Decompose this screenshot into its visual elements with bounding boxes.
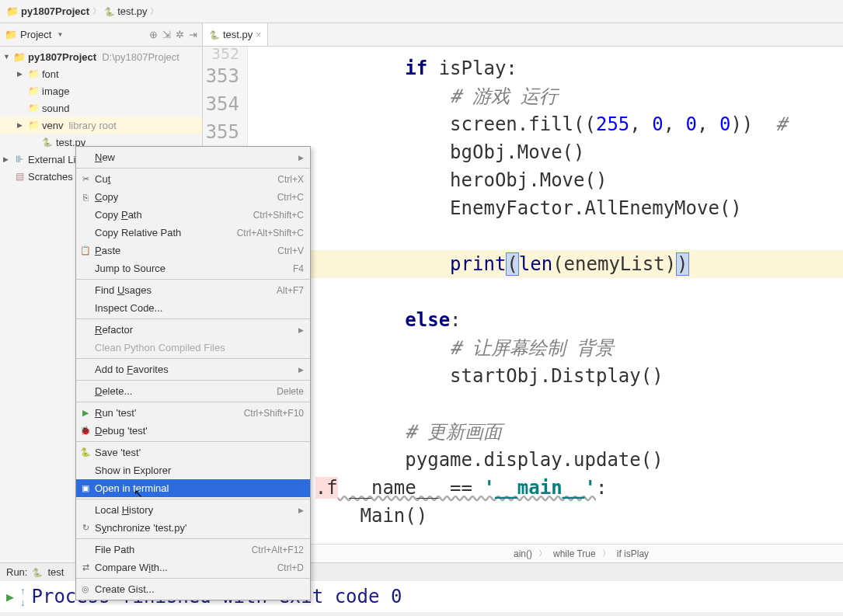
- menu-item-open-in-terminal[interactable]: ▣Open in terminal: [76, 479, 310, 497]
- menu-separator: [76, 499, 310, 499]
- tree-item-label: sound: [42, 103, 69, 114]
- menu-shortcut: Delete: [277, 386, 304, 397]
- menu-item-refactor[interactable]: Refactor▶: [76, 321, 310, 339]
- menu-icon: ↻: [79, 523, 92, 533]
- menu-separator: [76, 279, 310, 280]
- collapse-icon[interactable]: ⇲: [162, 29, 171, 40]
- tree-root-name: py1807Project: [28, 51, 96, 63]
- menu-item-debug-test[interactable]: 🐞Debug 'test': [76, 422, 310, 440]
- menu-shortcut: Alt+F7: [277, 285, 304, 296]
- menu-item-compare-with[interactable]: ⇄Compare With...Ctrl+D: [76, 559, 310, 576]
- menu-item-copy-path[interactable]: Copy PathCtrl+Shift+C: [76, 206, 310, 224]
- menu-item-label: File Path: [95, 544, 249, 555]
- menu-item-add-to-favorites[interactable]: Add to Favorites▶: [76, 360, 310, 378]
- menu-item-label: Jump to Source: [95, 263, 290, 274]
- menu-item-label: Refactor: [95, 324, 295, 336]
- menu-item-jump-to-source[interactable]: Jump to SourceF4: [76, 259, 310, 277]
- menu-shortcut: Ctrl+X: [277, 174, 304, 185]
- menu-separator: [76, 168, 310, 169]
- tree-item-label: venv: [42, 120, 63, 131]
- tree-item-label: image: [42, 85, 69, 97]
- menu-icon: 📋: [79, 245, 92, 256]
- down-icon[interactable]: ↓: [20, 597, 26, 608]
- breadcrumb-bar: py1807Project 〉 test.py 〉: [0, 0, 843, 23]
- menu-item-copy-relative-path[interactable]: Copy Relative PathCtrl+Alt+Shift+C: [76, 224, 310, 242]
- project-view-title[interactable]: Project: [20, 29, 51, 40]
- breadcrumb-sep: 〉: [150, 5, 158, 17]
- hide-icon[interactable]: ⇥: [189, 29, 197, 40]
- menu-item-save-test[interactable]: 🐍Save 'test': [76, 444, 310, 461]
- run-config-name[interactable]: test: [47, 566, 64, 578]
- menu-shortcut: Ctrl+Shift+F10: [244, 408, 304, 419]
- menu-item-delete[interactable]: Delete...Delete: [76, 382, 310, 400]
- menu-item-file-path[interactable]: File PathCtrl+Alt+F12: [76, 541, 310, 559]
- breadcrumb-project-label: py1807Project: [21, 5, 89, 17]
- close-tab-icon[interactable]: ×: [256, 30, 261, 40]
- menu-shortcut: Ctrl+Alt+F12: [252, 545, 304, 555]
- menu-icon: ✂: [79, 174, 92, 184]
- menu-shortcut: Ctrl+D: [277, 562, 304, 573]
- menu-item-label: Add to Favorites: [95, 364, 295, 375]
- line-number: 353: [203, 62, 239, 90]
- menu-item-label: Find Usages: [95, 284, 273, 296]
- menu-separator: [76, 358, 310, 359]
- menu-item-local-history[interactable]: Local History▶: [76, 501, 310, 519]
- menu-item-create-gist[interactable]: ◎Create Gist...: [76, 580, 310, 598]
- locate-icon[interactable]: ⊕: [149, 29, 158, 40]
- menu-item-label: Open in terminal: [95, 482, 304, 494]
- menu-item-label: Create Gist...: [95, 583, 304, 595]
- project-panel-header: Project ▼ ⊕ ⇲ ✲ ⇥: [0, 23, 202, 47]
- tree-item-label: font: [42, 68, 59, 80]
- menu-item-inspect-code[interactable]: Inspect Code...: [76, 299, 310, 317]
- menu-item-label: New: [95, 151, 295, 163]
- submenu-arrow-icon: ▶: [298, 154, 304, 162]
- menu-item-show-in-explorer[interactable]: Show in Explorer: [76, 461, 310, 479]
- submenu-arrow-icon: ▶: [298, 366, 304, 374]
- menu-item-new[interactable]: New▶: [76, 148, 310, 166]
- menu-item-label: Copy Relative Path: [95, 227, 234, 238]
- code-crumb[interactable]: while True: [553, 548, 596, 559]
- menu-item-label: Delete...: [95, 385, 273, 397]
- tree-item-image[interactable]: image: [0, 82, 202, 99]
- code-content[interactable]: if isPlay: # 游戏 运行 screen.fill((255, 0, …: [248, 47, 843, 544]
- code-crumb[interactable]: if isPlay: [617, 548, 649, 559]
- menu-item-synchronize-test-py[interactable]: ↻Synchronize 'test.py': [76, 519, 310, 537]
- menu-item-label: Local History: [95, 504, 295, 516]
- editor-tab-label: test.py: [223, 29, 253, 40]
- breadcrumb-file[interactable]: test.py: [104, 5, 147, 17]
- tree-item-sound[interactable]: sound: [0, 99, 202, 117]
- menu-item-label: Cut: [95, 173, 274, 185]
- project-icon: [6, 5, 19, 17]
- menu-shortcut: Ctrl+V: [277, 245, 304, 256]
- menu-separator: [76, 380, 310, 381]
- menu-item-find-usages[interactable]: Find UsagesAlt+F7: [76, 281, 310, 299]
- dropdown-icon[interactable]: ▼: [57, 31, 63, 38]
- menu-item-copy[interactable]: ⎘CopyCtrl+C: [76, 188, 310, 206]
- menu-shortcut: Ctrl+C: [277, 192, 304, 203]
- tree-item-venv[interactable]: ▶ venv library root: [0, 117, 202, 134]
- menu-item-run-test[interactable]: ▶Run 'test'Ctrl+Shift+F10: [76, 404, 310, 422]
- editor-tab-bar: test.py ×: [203, 23, 843, 47]
- editor-tab-testpy[interactable]: test.py ×: [203, 23, 268, 46]
- rerun-icon[interactable]: ▶: [6, 591, 14, 603]
- menu-shortcut: F4: [293, 263, 304, 274]
- python-file-icon: [104, 5, 115, 17]
- menu-icon: ▶: [79, 408, 92, 418]
- menu-item-paste[interactable]: 📋PasteCtrl+V: [76, 242, 310, 259]
- up-icon[interactable]: ↑: [20, 585, 26, 597]
- menu-icon: 🐍: [79, 447, 92, 458]
- menu-icon: ◎: [79, 584, 92, 594]
- menu-separator: [76, 578, 310, 579]
- menu-item-cut[interactable]: ✂CutCtrl+X: [76, 170, 310, 188]
- settings-icon[interactable]: ✲: [176, 29, 184, 40]
- python-file-icon: [209, 29, 220, 40]
- context-menu[interactable]: New▶✂CutCtrl+X⎘CopyCtrl+CCopy PathCtrl+S…: [75, 146, 311, 600]
- line-number: 355: [203, 118, 239, 146]
- code-crumb[interactable]: ain(): [514, 548, 532, 559]
- menu-separator: [76, 318, 310, 319]
- breadcrumb-project[interactable]: py1807Project: [6, 5, 89, 17]
- python-icon: [32, 566, 43, 578]
- tree-root[interactable]: ▼ py1807Project D:\py1807Project: [0, 48, 202, 65]
- menu-icon: 🐞: [79, 426, 92, 436]
- tree-item-font[interactable]: ▶ font: [0, 65, 202, 82]
